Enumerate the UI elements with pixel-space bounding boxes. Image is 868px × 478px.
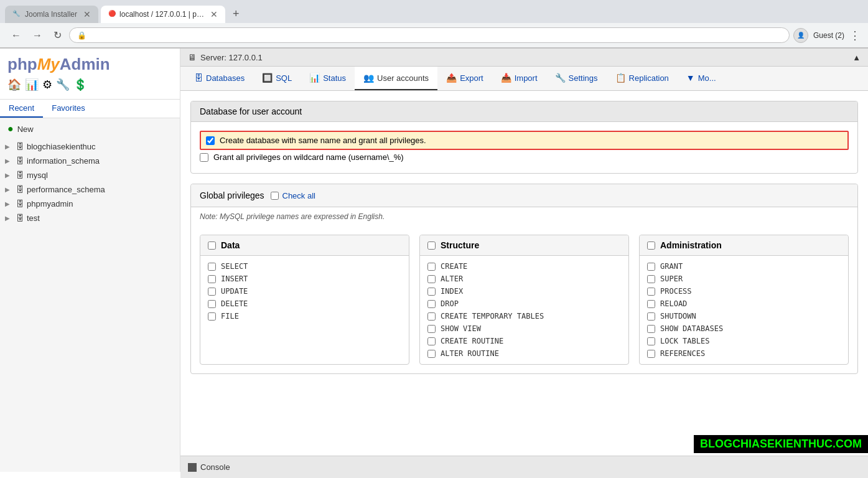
super-checkbox[interactable] bbox=[647, 275, 655, 283]
url-input[interactable]: localhost/phpmyadmin/index.php?route=/se… bbox=[91, 30, 782, 40]
sidebar-item-blogchiasekienthuc[interactable]: ▶ 🗄 blogchiasekienthuc bbox=[0, 139, 180, 154]
process-checkbox[interactable] bbox=[647, 288, 655, 296]
priv-update: UPDATE bbox=[208, 287, 401, 296]
process-label: PROCESS bbox=[660, 287, 692, 296]
collapse-icon[interactable]: ▲ bbox=[852, 53, 861, 62]
admin-col-checkbox[interactable] bbox=[647, 241, 655, 250]
logo-my: My bbox=[37, 55, 60, 73]
alter-routine-checkbox[interactable] bbox=[427, 350, 436, 358]
console-button[interactable]: Console bbox=[188, 462, 230, 472]
shutdown-label: SHUTDOWN bbox=[660, 312, 696, 321]
sidebar-item-mysql[interactable]: ▶ 🗄 mysql bbox=[0, 168, 180, 182]
database-icon[interactable]: 📊 bbox=[25, 78, 39, 91]
priv-alter: ALTER bbox=[427, 274, 621, 283]
grant-checkbox[interactable] bbox=[647, 263, 655, 271]
sidebar-icons: 🏠 📊 ⚙ 🔧 💲 bbox=[7, 74, 172, 93]
joomla-tab-close[interactable]: ✕ bbox=[83, 9, 91, 19]
sidebar-item-test[interactable]: ▶ 🗄 test bbox=[0, 211, 180, 225]
alter-routine-label: ALTER ROUTINE bbox=[441, 349, 499, 358]
home-icon[interactable]: 🏠 bbox=[7, 78, 21, 91]
priv-col-administration: Administration GRANT SUPER PROCESS RELOA… bbox=[639, 235, 849, 365]
config-icon[interactable]: ⚙ bbox=[42, 78, 52, 91]
tab-export[interactable]: 📤 Export bbox=[437, 67, 492, 90]
create-routine-checkbox[interactable] bbox=[427, 337, 436, 345]
tab-import[interactable]: 📥 Import bbox=[492, 67, 546, 90]
tab-status[interactable]: 📊 Status bbox=[301, 67, 355, 90]
expand-btn[interactable]: ▶ bbox=[5, 215, 14, 222]
shutdown-checkbox[interactable] bbox=[647, 312, 655, 321]
database-section-card: Database for user account Create databas… bbox=[190, 101, 858, 174]
new-tab-button[interactable]: + bbox=[228, 5, 245, 23]
select-checkbox[interactable] bbox=[208, 263, 216, 271]
tab-more[interactable]: ▼ Mo... bbox=[678, 67, 725, 90]
forward-button[interactable]: → bbox=[29, 27, 46, 44]
new-dot-icon: ● bbox=[7, 123, 14, 134]
phpmyadmin-tab-close[interactable]: ✕ bbox=[210, 9, 218, 19]
create-db-label: Create database with same name and grant… bbox=[220, 136, 426, 145]
references-checkbox[interactable] bbox=[647, 350, 655, 358]
user-accounts-icon: 👥 bbox=[363, 73, 374, 83]
db-icon: 🗄 bbox=[16, 171, 24, 180]
check-all-label[interactable]: Check all bbox=[271, 191, 315, 200]
sidebar-tab-favorites[interactable]: Favorites bbox=[43, 100, 93, 118]
drop-checkbox[interactable] bbox=[427, 300, 436, 308]
file-label: FILE bbox=[221, 312, 239, 321]
insert-checkbox[interactable] bbox=[208, 275, 216, 283]
server-bar-left: 🖥 Server: 127.0.0.1 bbox=[188, 52, 263, 62]
show-databases-checkbox[interactable] bbox=[647, 325, 655, 333]
alter-checkbox[interactable] bbox=[427, 275, 436, 283]
db-icon: 🗄 bbox=[16, 142, 24, 151]
tab-settings[interactable]: 🔧 Settings bbox=[546, 67, 607, 90]
browser-menu-button[interactable]: ⋮ bbox=[849, 29, 861, 42]
priv-super: SUPER bbox=[647, 274, 841, 283]
expand-btn[interactable]: ▶ bbox=[5, 200, 14, 207]
tab-sql[interactable]: 🔲 SQL bbox=[253, 67, 301, 90]
create-db-checkbox[interactable] bbox=[206, 136, 215, 145]
sidebar-tab-recent[interactable]: Recent bbox=[0, 100, 43, 118]
user-avatar[interactable]: 👤 bbox=[793, 28, 808, 43]
create-temp-checkbox[interactable] bbox=[427, 312, 436, 321]
database-section-title: Database for user account bbox=[200, 106, 302, 116]
priv-show-databases: SHOW DATABASES bbox=[647, 324, 841, 333]
db-name: information_schema bbox=[27, 156, 100, 166]
sidebar-item-performance_schema[interactable]: ▶ 🗄 performance_schema bbox=[0, 182, 180, 197]
check-all-checkbox[interactable] bbox=[271, 192, 279, 200]
update-checkbox[interactable] bbox=[208, 288, 216, 296]
wildcard-checkbox[interactable] bbox=[200, 153, 208, 162]
browser-tab-phpmyadmin[interactable]: 🔴 localhost / 127.0.0.1 | phpMyAdm... ✕ bbox=[101, 6, 225, 23]
structure-col-checkbox[interactable] bbox=[427, 241, 436, 250]
currency-icon[interactable]: 💲 bbox=[73, 78, 87, 91]
logo-admin: Admin bbox=[60, 55, 110, 73]
settings-icon: 🔧 bbox=[555, 73, 566, 83]
browser-tab-joomla[interactable]: 🔧 Joomla Installer ✕ bbox=[5, 6, 98, 23]
expand-btn[interactable]: ▶ bbox=[5, 143, 14, 150]
priv-create-temp: CREATE TEMPORARY TABLES bbox=[427, 312, 621, 321]
back-button[interactable]: ← bbox=[7, 27, 25, 44]
priv-col-data-header: Data bbox=[200, 235, 409, 256]
tab-user-accounts[interactable]: 👥 User accounts bbox=[355, 67, 437, 90]
sidebar-item-information_schema[interactable]: ▶ 🗄 information_schema bbox=[0, 154, 180, 168]
expand-btn[interactable]: ▶ bbox=[5, 186, 14, 193]
expand-btn[interactable]: ▶ bbox=[5, 157, 14, 164]
tab-replication[interactable]: 📋 Replication bbox=[607, 67, 678, 90]
sidebar-item-phpmyadmin[interactable]: ▶ 🗄 phpmyadmin bbox=[0, 197, 180, 211]
more-icon: ▼ bbox=[686, 73, 695, 83]
tab-user-accounts-label: User accounts bbox=[377, 73, 429, 83]
show-view-checkbox[interactable] bbox=[427, 325, 436, 333]
reload-button[interactable]: ↻ bbox=[50, 27, 65, 44]
tab-more-label: Mo... bbox=[698, 73, 716, 83]
address-bar[interactable]: 🔒 localhost/phpmyadmin/index.php?route=/… bbox=[69, 27, 790, 43]
guest-label: Guest (2) bbox=[813, 31, 844, 40]
sidebar-new-item[interactable]: ● New bbox=[0, 118, 180, 139]
gear-icon[interactable]: 🔧 bbox=[56, 78, 70, 91]
data-col-checkbox[interactable] bbox=[208, 241, 216, 250]
lock-tables-checkbox[interactable] bbox=[647, 337, 655, 345]
file-checkbox[interactable] bbox=[208, 312, 216, 321]
expand-btn[interactable]: ▶ bbox=[5, 172, 14, 179]
reload-checkbox[interactable] bbox=[647, 300, 655, 308]
tab-databases[interactable]: 🗄 Databases bbox=[185, 67, 253, 90]
create-temp-label: CREATE TEMPORARY TABLES bbox=[441, 312, 544, 321]
index-checkbox[interactable] bbox=[427, 288, 436, 296]
create-checkbox[interactable] bbox=[427, 263, 436, 271]
delete-checkbox[interactable] bbox=[208, 300, 216, 308]
